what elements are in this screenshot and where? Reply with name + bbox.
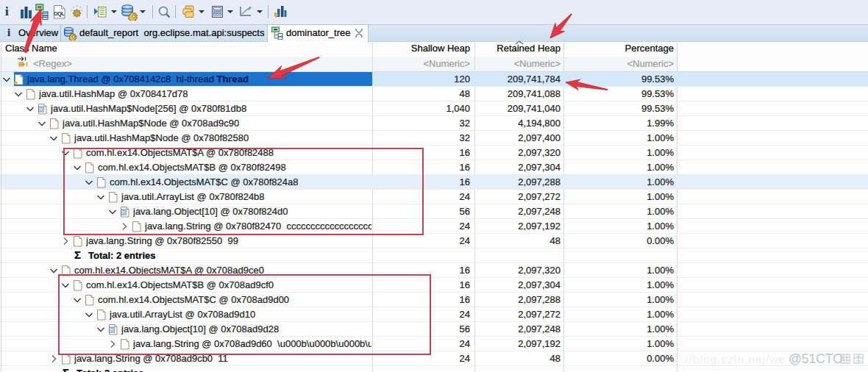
svg-text:OQL: OQL bbox=[54, 10, 65, 17]
svg-text:0: 0 bbox=[40, 107, 43, 112]
